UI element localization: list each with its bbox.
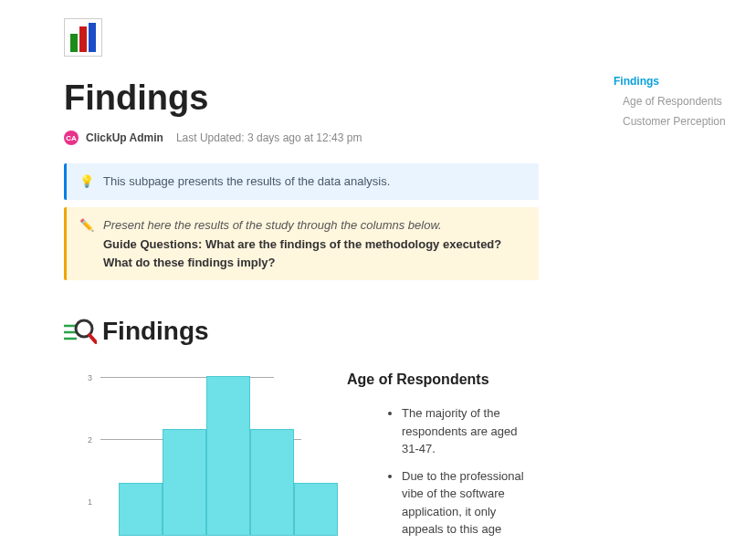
guide-callout[interactable]: ✏️ Present here the results of the study… bbox=[64, 207, 539, 281]
toc-item-2[interactable]: Customer Perception bbox=[614, 111, 741, 131]
text-column: Age of Respondents The majority of the r… bbox=[347, 371, 539, 544]
info-callout-text: This subpage presents the results of the… bbox=[103, 173, 390, 191]
icon-bar-green bbox=[70, 34, 78, 52]
bar-b2 bbox=[163, 429, 206, 536]
age-heading: Age of Respondents bbox=[347, 371, 530, 388]
pencil-icon: ✏️ bbox=[79, 216, 94, 235]
section-title: Findings bbox=[102, 317, 209, 346]
section-header: Findings bbox=[64, 317, 539, 346]
chart-column: 3 2 1 bbox=[64, 371, 320, 544]
toc-item-0[interactable]: Findings bbox=[614, 71, 741, 91]
main-content: Findings CA ClickUp Admin Last Updated: … bbox=[0, 0, 603, 544]
age-bullets: The majority of the respondents are aged… bbox=[347, 404, 530, 544]
bar-chart: 3 2 1 bbox=[100, 371, 320, 536]
author-avatar[interactable]: CA bbox=[64, 131, 79, 145]
columns: 3 2 1 Age of Respondents The majority of… bbox=[64, 371, 539, 544]
page-title: Findings bbox=[64, 78, 539, 118]
author-name[interactable]: ClickUp Admin bbox=[86, 131, 163, 144]
findings-section-icon bbox=[64, 317, 93, 346]
info-callout[interactable]: 💡 This subpage presents the results of t… bbox=[64, 163, 539, 200]
bar-b5 bbox=[294, 483, 338, 536]
updated-text: Last Updated: 3 days ago at 12:43 pm bbox=[176, 131, 362, 144]
table-of-contents: FindingsAge of RespondentsCustomer Perce… bbox=[614, 71, 741, 131]
icon-bar-red bbox=[79, 26, 87, 52]
svg-line-4 bbox=[89, 335, 96, 342]
guide-questions: Guide Questions: What are the findings o… bbox=[103, 237, 501, 269]
y-tick-2: 2 bbox=[88, 435, 92, 445]
y-tick-1: 1 bbox=[88, 497, 92, 507]
icon-bar-blue bbox=[89, 23, 96, 52]
age-bullet-0: The majority of the respondents are aged… bbox=[402, 404, 530, 458]
age-bullet-1: Due to the professional vibe of the soft… bbox=[402, 467, 530, 545]
bars-container bbox=[119, 376, 338, 536]
guide-intro: Present here the results of the study th… bbox=[103, 216, 526, 235]
guide-callout-body: Present here the results of the study th… bbox=[103, 216, 526, 272]
meta-row: CA ClickUp Admin Last Updated: 3 days ag… bbox=[64, 131, 539, 145]
lightbulb-icon: 💡 bbox=[79, 173, 94, 191]
y-tick-3: 3 bbox=[88, 373, 92, 382]
page-icon[interactable] bbox=[64, 18, 102, 57]
bar-b4 bbox=[250, 429, 294, 536]
bar-b1 bbox=[119, 483, 163, 536]
toc-item-1[interactable]: Age of Respondents bbox=[614, 91, 741, 111]
bar-b3 bbox=[206, 376, 250, 536]
